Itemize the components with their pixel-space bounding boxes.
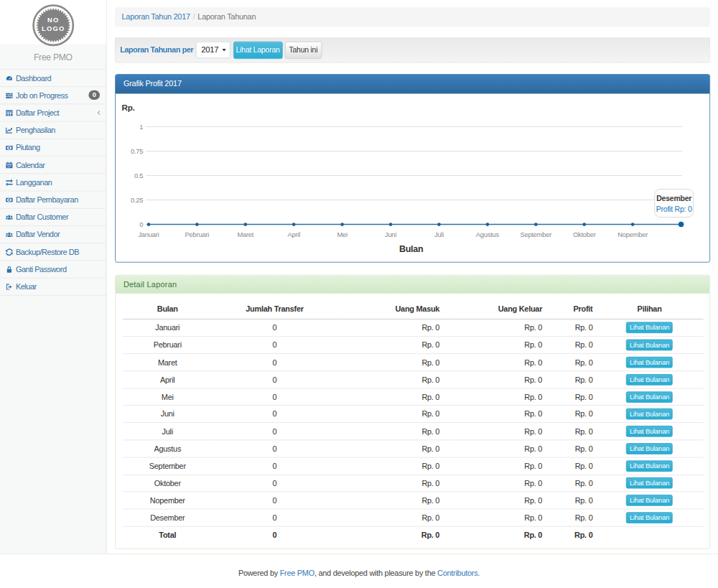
svg-text:Mei: Mei — [337, 231, 348, 238]
svg-text:0.5: 0.5 — [134, 172, 143, 179]
svg-text:Januari: Januari — [138, 231, 159, 238]
svg-text:Maret: Maret — [237, 231, 253, 238]
svg-text:Juli: Juli — [434, 231, 444, 238]
svg-text:Agustus: Agustus — [476, 231, 500, 238]
svg-text:Profit Rp: 0: Profit Rp: 0 — [656, 205, 692, 213]
svg-text:Bulan: Bulan — [399, 244, 424, 254]
svg-text:Juni: Juni — [385, 231, 396, 238]
svg-text:0.25: 0.25 — [131, 197, 143, 204]
svg-text:LOGO: LOGO — [42, 25, 65, 32]
svg-text:0.75: 0.75 — [131, 148, 143, 155]
svg-text:Desember: Desember — [656, 194, 691, 202]
svg-text:0: 0 — [139, 221, 143, 228]
svg-text:Pebruari: Pebruari — [185, 231, 210, 238]
svg-text:September: September — [520, 231, 551, 238]
svg-text:NO: NO — [47, 17, 59, 24]
svg-text:Rp.: Rp. — [122, 103, 135, 112]
svg-text:1: 1 — [139, 123, 143, 131]
svg-text:Nopember: Nopember — [617, 231, 648, 238]
svg-text:Oktober: Oktober — [573, 231, 596, 238]
svg-text:April: April — [287, 231, 300, 238]
